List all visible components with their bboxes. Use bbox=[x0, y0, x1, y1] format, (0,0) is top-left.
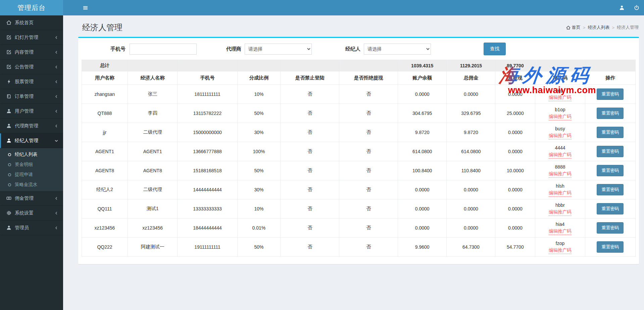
sidebar-item-home[interactable]: 系统首页 bbox=[0, 15, 63, 30]
sidebar-subitem-label: 经纪人列表 bbox=[15, 151, 38, 158]
breadcrumb-separator: > bbox=[612, 25, 614, 30]
chevron-left-icon bbox=[54, 226, 58, 230]
cell-ratio: 50% bbox=[237, 104, 281, 123]
reset-password-button[interactable]: 重置密码 bbox=[597, 184, 624, 195]
cell-balance: 9.9600 bbox=[398, 238, 447, 257]
cell-ratio: 100% bbox=[237, 142, 281, 161]
breadcrumb-home[interactable]: 首页 bbox=[566, 24, 581, 30]
edit-promo-link[interactable]: 编辑推广码 bbox=[549, 247, 572, 254]
sidebar-item-broker-list[interactable]: 经纪人列表 bbox=[0, 149, 63, 160]
gear-icon bbox=[6, 210, 11, 215]
edit-promo-link[interactable]: 编辑推广码 bbox=[549, 171, 572, 178]
table-row: 经纪人2 二级代理 14444444444 30% 否 否 0.0000 0.0… bbox=[82, 180, 636, 199]
navbar-user-button[interactable] bbox=[614, 0, 629, 15]
cell-commission: 9.8720 bbox=[447, 123, 495, 142]
sidebar-item-strategy-flow[interactable]: 策略金流水 bbox=[0, 180, 63, 190]
edit-promo-link[interactable]: 编辑推广码 bbox=[549, 209, 572, 216]
cell-login-banned: 否 bbox=[281, 123, 339, 142]
table-row: QQ222 阿建测试一 19111111111 50% 否 否 9.9600 6… bbox=[82, 238, 636, 257]
broker-select[interactable]: 请选择 bbox=[364, 44, 431, 55]
agent-select[interactable]: 请选择 bbox=[245, 44, 312, 55]
chevron-left-icon bbox=[54, 124, 58, 128]
chevron-left-icon bbox=[54, 95, 58, 99]
cell-balance: 100.8400 bbox=[398, 161, 447, 180]
cell-withdrawn: 0.0000 bbox=[495, 219, 535, 238]
cell-phone: 13333333333 bbox=[178, 199, 237, 219]
phone-input[interactable] bbox=[130, 44, 197, 55]
reset-password-button[interactable]: 重置密码 bbox=[597, 165, 624, 176]
cell-username: QQ222 bbox=[82, 238, 128, 257]
cell-action: 重置密码 bbox=[585, 219, 635, 238]
cell-promo: hlsh 编辑推广码 bbox=[535, 180, 585, 199]
home-icon bbox=[566, 25, 571, 30]
sidebar-item-fund-details[interactable]: 资金明细 bbox=[0, 160, 63, 170]
edit-promo-link[interactable]: 编辑推广码 bbox=[549, 113, 572, 120]
reset-password-button[interactable]: 重置密码 bbox=[597, 127, 624, 138]
reset-password-button[interactable]: 重置密码 bbox=[597, 146, 624, 157]
money-icon bbox=[6, 196, 11, 201]
cell-commission: 0.0000 bbox=[447, 85, 495, 104]
sidebar-item-admin[interactable]: 管理员 bbox=[0, 221, 63, 235]
sidebar-item-agents[interactable]: 代理商管理 bbox=[0, 119, 63, 133]
phone-filter-group: 手机号 bbox=[110, 44, 197, 55]
reset-password-button[interactable]: 重置密码 bbox=[597, 88, 624, 100]
cell-broker-name: 测试1 bbox=[128, 199, 178, 219]
edit-promo-link[interactable]: 编辑推广码 bbox=[549, 94, 572, 101]
main-box: 手机号 代理商 请选择 经纪人 请选择 查找 bbox=[78, 37, 639, 264]
cell-broker-name: xz123456 bbox=[128, 219, 178, 238]
breadcrumb: 首页 > 经济人列表 > 经济人管理 bbox=[566, 24, 639, 30]
cell-promo: igp 编辑推广码 bbox=[535, 85, 585, 104]
cell-withdraw-refused: 否 bbox=[339, 219, 398, 238]
breadcrumb-broker-list[interactable]: 经济人列表 bbox=[588, 24, 609, 30]
cell-promo: busy 编辑推广码 bbox=[535, 123, 585, 142]
search-button[interactable]: 查找 bbox=[484, 43, 506, 55]
header-row: 用户名称 经济人名称 手机号 分成比例 是否禁止登陆 是否拒绝提现 账户余额 总… bbox=[82, 71, 636, 85]
breadcrumb-current: 经济人管理 bbox=[617, 24, 639, 30]
edit-promo-link[interactable]: 编辑推广码 bbox=[549, 228, 572, 235]
sidebar-toggle-button[interactable] bbox=[77, 0, 93, 15]
logout-button[interactable] bbox=[629, 0, 644, 15]
sidebar-item-slides[interactable]: 幻灯片管理 bbox=[0, 30, 63, 45]
sidebar-item-orders[interactable]: 订单管理 bbox=[0, 89, 63, 104]
edit-promo-link[interactable]: 编辑推广码 bbox=[549, 151, 572, 159]
reset-password-button[interactable]: 重置密码 bbox=[597, 108, 624, 119]
promo-code: 4444 bbox=[535, 144, 585, 151]
sidebar-item-stocks[interactable]: 股票管理 bbox=[0, 74, 63, 89]
user-icon bbox=[6, 123, 11, 128]
chevron-left-icon bbox=[54, 65, 58, 69]
col-commission: 总佣金 bbox=[447, 71, 495, 85]
reset-password-button[interactable]: 重置密码 bbox=[597, 222, 624, 234]
promo-code: igp bbox=[535, 87, 585, 94]
sidebar-item-brokers[interactable]: 经纪人管理 bbox=[0, 133, 63, 148]
cell-broker-name: 张三 bbox=[128, 85, 178, 104]
cell-username: AGENT8 bbox=[82, 161, 128, 180]
cell-withdrawn: 0.0000 bbox=[495, 85, 535, 104]
bolt-icon bbox=[6, 79, 11, 84]
totals-balance: 1039.4315 bbox=[398, 60, 447, 71]
sidebar-item-withdraw-requests[interactable]: 提现申请 bbox=[0, 170, 63, 180]
brand-logo[interactable]: 管理后台 bbox=[0, 0, 63, 15]
sidebar-item-content[interactable]: 内容管理 bbox=[0, 45, 63, 60]
edit-promo-link[interactable]: 编辑推广码 bbox=[549, 132, 572, 139]
cell-username: 经纪人2 bbox=[82, 180, 128, 199]
circle-icon bbox=[7, 183, 12, 187]
cell-commission: 110.8400 bbox=[447, 161, 495, 180]
cell-phone: 13115782222 bbox=[178, 104, 237, 123]
sidebar-item-settings[interactable]: 系统设置 bbox=[0, 206, 63, 221]
cell-ratio: 10% bbox=[237, 199, 281, 219]
edit-promo-link[interactable]: 编辑推广码 bbox=[549, 190, 572, 197]
sidebar-item-users[interactable]: 用户管理 bbox=[0, 104, 63, 119]
sidebar-item-commission[interactable]: 佣金管理 bbox=[0, 191, 63, 206]
sidebar-item-label: 系统首页 bbox=[15, 20, 34, 26]
reset-password-button[interactable]: 重置密码 bbox=[597, 241, 624, 253]
cell-withdraw-refused: 否 bbox=[339, 180, 398, 199]
col-login-banned: 是否禁止登陆 bbox=[281, 71, 339, 85]
cell-withdrawn: 0.0000 bbox=[495, 142, 535, 161]
sidebar-item-announcements[interactable]: 公告管理 bbox=[0, 60, 63, 74]
cell-phone: 18444444444 bbox=[178, 219, 237, 238]
sidebar-item-label: 公告管理 bbox=[15, 64, 34, 70]
cell-action: 重置密码 bbox=[585, 161, 635, 180]
reset-password-button[interactable]: 重置密码 bbox=[597, 203, 624, 214]
cell-ratio: 10% bbox=[237, 85, 281, 104]
breadcrumb-separator: > bbox=[583, 25, 586, 30]
